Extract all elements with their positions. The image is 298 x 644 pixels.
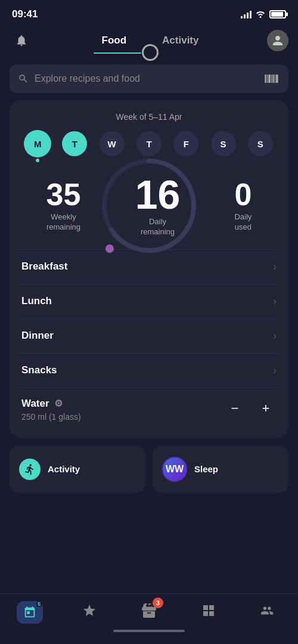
day-circle-sat[interactable]: S [211, 131, 236, 156]
wifi-icon [255, 10, 266, 20]
bell-icon[interactable] [10, 29, 33, 52]
activity-card[interactable]: Activity [10, 445, 145, 493]
activity-icon [19, 459, 41, 480]
tab-food[interactable]: Food [84, 29, 145, 52]
gauge-dot [105, 244, 114, 253]
barcode-icon[interactable] [263, 70, 280, 87]
daily-remaining-value: 16 [135, 174, 181, 215]
water-info: Water ⚙ 250 ml (1 glass) [21, 398, 81, 422]
weekly-remaining-label: Weeklyremaining [46, 212, 80, 233]
search-bar[interactable]: Explore recipes and food [10, 64, 288, 93]
nav-item-gift[interactable]: 3 [135, 600, 163, 625]
grid-icon [201, 603, 216, 621]
day-item-sat[interactable]: S [211, 131, 236, 162]
water-controls: − + [224, 398, 277, 419]
stat-daily: 16 Dailyremaining [135, 174, 181, 237]
tab-divider-circle [142, 44, 159, 61]
nav-grid-icon-container [194, 600, 223, 625]
activity-label: Activity [48, 464, 80, 474]
profile-avatar[interactable] [267, 30, 288, 51]
tab-underline [94, 52, 141, 54]
status-time: 09:41 [12, 8, 38, 20]
meal-list: Breakfast › Lunch › Dinner › Snacks › [19, 249, 279, 388]
week-label: Week of 5–11 Apr [19, 112, 279, 122]
day-circle-mon[interactable]: M [25, 131, 50, 156]
day-item-tue[interactable]: T [62, 131, 87, 162]
nav-item-star[interactable] [75, 600, 104, 625]
chevron-lunch: › [273, 295, 277, 308]
status-icons [241, 10, 286, 20]
meal-row-lunch[interactable]: Lunch › [19, 284, 279, 319]
meal-dinner-label: Dinner [21, 330, 54, 342]
chevron-snacks: › [273, 364, 277, 377]
sleep-label: Sleep [194, 464, 218, 474]
search-input-area[interactable]: Explore recipes and food [18, 73, 257, 84]
nav-item-grid[interactable] [194, 600, 223, 625]
daily-remaining-label: Dailyremaining [141, 217, 175, 237]
nav-items: 5 3 [0, 600, 298, 625]
star-icon [82, 603, 97, 621]
day-dot-mon [36, 159, 39, 162]
header: Food Activity [0, 26, 298, 52]
water-title: Water ⚙ [21, 398, 81, 410]
day-item-mon[interactable]: M [25, 131, 50, 162]
nav-gift-icon-container: 3 [135, 600, 163, 625]
water-settings-icon[interactable]: ⚙ [54, 398, 63, 409]
chevron-breakfast: › [273, 261, 277, 273]
meal-row-dinner[interactable]: Dinner › [19, 319, 279, 354]
meal-snacks-label: Snacks [21, 364, 57, 376]
group-icon [260, 603, 276, 621]
status-bar: 09:41 [0, 0, 298, 26]
gift-badge: 3 [153, 597, 163, 608]
bottom-cards: Activity WW Sleep [10, 445, 288, 493]
chevron-dinner: › [273, 330, 277, 342]
ww-avatar: WW [162, 457, 187, 482]
home-indicator [113, 630, 185, 632]
meal-lunch-label: Lunch [21, 295, 52, 307]
nav-community-icon-container [254, 600, 283, 625]
stat-daily-used: 0 Dailyused [234, 179, 252, 233]
daily-used-label: Dailyused [234, 212, 252, 233]
nav-calendar-icon-container: 5 [15, 600, 44, 625]
water-row: Water ⚙ 250 ml (1 glass) − + [19, 388, 279, 424]
nav-calendar-icon-bg: 5 [17, 601, 43, 624]
meal-breakfast-label: Breakfast [21, 261, 68, 273]
day-circle-tue[interactable]: T [62, 131, 87, 156]
stats-container: 35 Weeklyremaining 16 Dailyremaining 0 D… [19, 174, 279, 237]
nav-item-community[interactable] [254, 600, 283, 625]
daily-used-value: 0 [234, 179, 252, 210]
header-tabs: Food Activity [33, 29, 267, 52]
sleep-card[interactable]: WW Sleep [153, 445, 288, 493]
nav-item-calendar[interactable]: 5 [15, 600, 44, 625]
calendar-badge: 5 [36, 601, 42, 607]
stat-weekly: 35 Weeklyremaining [46, 179, 81, 233]
day-item-sun[interactable]: S [248, 131, 273, 162]
weekly-remaining-value: 35 [46, 179, 81, 210]
battery-icon [269, 10, 286, 18]
nav-star-icon-container [75, 600, 104, 625]
search-icon [18, 73, 29, 84]
water-minus-button[interactable]: − [224, 398, 246, 419]
meal-row-snacks[interactable]: Snacks › [19, 354, 279, 388]
search-placeholder: Explore recipes and food [35, 73, 140, 84]
bottom-nav: 5 3 [0, 593, 298, 644]
signal-icon [241, 10, 252, 18]
week-card: Week of 5–11 Apr M T W T F S S [10, 100, 288, 438]
water-subtitle: 250 ml (1 glass) [21, 412, 81, 422]
water-plus-button[interactable]: + [255, 398, 277, 419]
day-circle-sun[interactable]: S [248, 131, 273, 156]
